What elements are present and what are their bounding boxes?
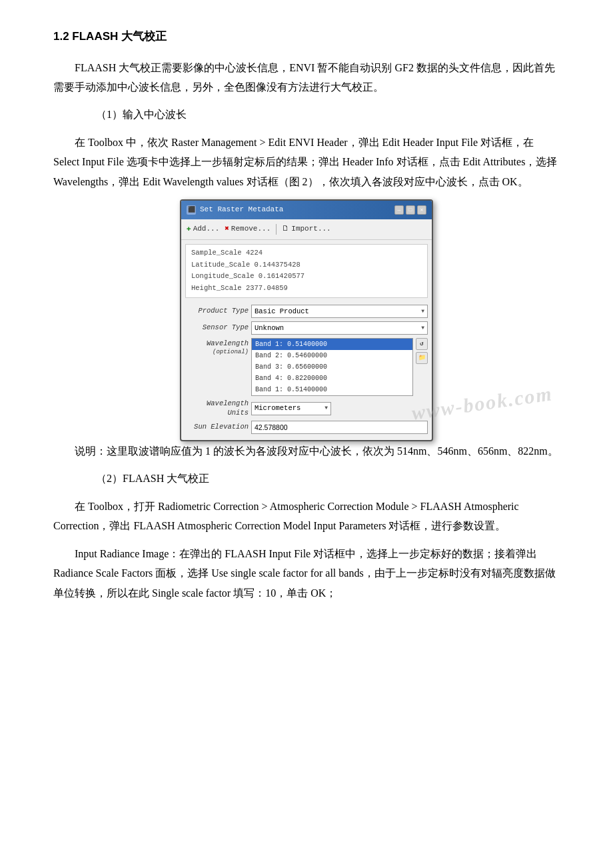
wavelength-row-1[interactable]: Band 2: 0.54600000: [252, 350, 412, 361]
remove-button[interactable]: ✖ Remove...: [225, 223, 271, 236]
remove-label: Remove...: [231, 223, 271, 236]
paragraph-1: FLAASH 大气校正需要影像的中心波长信息，ENVI 暂不能自动识别 GF2 …: [53, 58, 560, 97]
wavelength-row-4[interactable]: Band 1: 0.51400000: [252, 384, 412, 395]
wavelength-units-select[interactable]: Micrometers ▼: [251, 402, 331, 415]
wavelength-units-label: Wavelength Units: [185, 399, 249, 417]
wavelength-refresh-button[interactable]: ↺: [416, 338, 428, 350]
dialog-form: Product Type Basic Product ▼ Sensor Type…: [181, 302, 432, 440]
wavelength-label: Wavelength (optional): [185, 338, 249, 356]
subtitle-2: （2）FLAASH 大气校正: [53, 469, 560, 489]
add-label: Add...: [193, 223, 220, 236]
subtitle-1: （1）输入中心波长: [53, 105, 560, 125]
wavelength-list[interactable]: Band 1: 0.51400000 Band 2: 0.54600000 Ba…: [251, 338, 413, 396]
paragraph-2: 在 Toolbox 中，依次 Raster Management > Edit …: [53, 133, 560, 192]
wavelength-label-text: Wavelength: [207, 339, 249, 347]
dropdown-arrow-units: ▼: [324, 403, 328, 413]
add-button[interactable]: ✚ Add...: [187, 223, 219, 236]
product-type-label: Product Type: [185, 307, 249, 316]
wavelength-units-row: Wavelength Units Micrometers ▼: [185, 399, 428, 417]
sensor-type-row: Sensor Type Unknown ▼: [185, 321, 428, 335]
metadata-row-3: Height_Scale 2377.04859: [186, 283, 427, 295]
minimize-button[interactable]: —: [394, 205, 404, 215]
import-icon: 🗋: [282, 223, 289, 236]
metadata-row-0: Sample_Scale 4224: [186, 247, 427, 259]
wavelength-units-value: Micrometers: [255, 402, 301, 415]
dialog-title: Set Raster Metadata: [200, 203, 283, 217]
sun-elevation-input[interactable]: [251, 421, 428, 434]
dialog-toolbar: ✚ Add... ✖ Remove... 🗋 Import...: [181, 219, 432, 240]
sensor-type-value: Unknown: [255, 322, 284, 335]
titlebar-left: ⬛ Set Raster Metadata: [187, 203, 283, 217]
dropdown-arrow-product: ▼: [421, 307, 424, 316]
import-button[interactable]: 🗋 Import...: [282, 223, 330, 236]
dialog-icon: ⬛: [187, 205, 196, 215]
toolbar-separator: [276, 224, 277, 235]
titlebar-controls[interactable]: — □ ✕: [394, 205, 426, 215]
note-paragraph: 说明：这里取波谱响应值为 1 的波长为各波段对应中心波长，依次为 514nm、5…: [53, 441, 560, 461]
sun-elevation-row: Sun Elevation: [185, 421, 428, 434]
restore-button[interactable]: □: [406, 205, 415, 215]
sensor-type-select[interactable]: Unknown ▼: [251, 321, 428, 335]
paragraph-3: 在 Toolbox，打开 Radiometric Correction > At…: [53, 497, 560, 536]
x-icon: ✖: [225, 223, 229, 236]
wavelength-optional-text: (optional): [185, 349, 249, 357]
wavelength-icons: ↺ 📁: [416, 338, 428, 364]
wavelength-row: Wavelength (optional) Band 1: 0.51400000…: [185, 338, 428, 396]
metadata-row-2: Longitude_Scale 0.161420577: [186, 271, 427, 283]
dialog-titlebar: ⬛ Set Raster Metadata — □ ✕: [181, 201, 432, 219]
section-title: 1.2 FLAASH 大气校正: [53, 27, 560, 47]
wavelength-folder-button[interactable]: 📁: [416, 352, 428, 364]
close-button[interactable]: ✕: [417, 205, 426, 215]
dropdown-arrow-sensor: ▼: [421, 323, 424, 333]
product-type-select[interactable]: Basic Product ▼: [251, 305, 428, 318]
wavelength-row-3[interactable]: Band 4: 0.82200000: [252, 373, 412, 384]
product-type-value: Basic Product: [255, 305, 309, 318]
wavelength-row-0[interactable]: Band 1: 0.51400000: [252, 339, 412, 350]
metadata-content: Sample_Scale 4224 Latitude_Scale 0.14437…: [185, 244, 428, 298]
import-label: Import...: [291, 223, 330, 236]
paragraph-4: Input Radiance Image：在弹出的 FLAASH Input F…: [53, 544, 560, 603]
dialog-area: www-book.com ⬛ Set Raster Metadata — □ ✕…: [53, 199, 560, 441]
product-type-row: Product Type Basic Product ▼: [185, 305, 428, 318]
sun-elevation-label: Sun Elevation: [185, 423, 249, 432]
wavelength-row-2[interactable]: Band 3: 0.65600000: [252, 361, 412, 373]
sensor-type-label: Sensor Type: [185, 323, 249, 333]
plus-icon: ✚: [187, 223, 191, 236]
metadata-row-1: Latitude_Scale 0.144375428: [186, 259, 427, 271]
dialog-window: ⬛ Set Raster Metadata — □ ✕ ✚ Add... ✖ R…: [180, 199, 433, 441]
